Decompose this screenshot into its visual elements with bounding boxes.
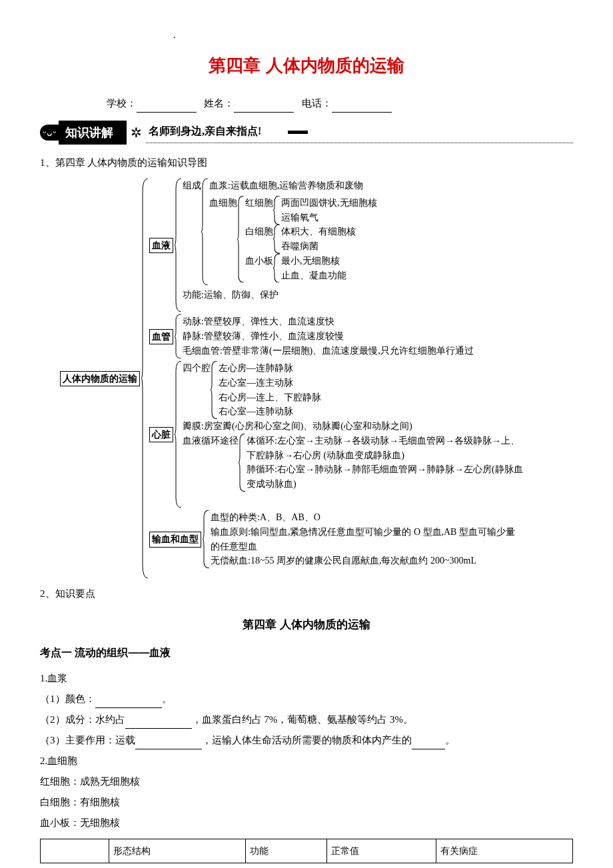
chamber-4: 右心室—连肺动脉 [219, 404, 321, 419]
plt-desc-1: 最小,无细胞核 [281, 254, 346, 268]
section-1-heading: 1、第四章 人体内物质的运输知识导图 [40, 154, 573, 172]
wbc-note: 白细胞：有细胞核 [40, 793, 573, 811]
chapter-subtitle: 第四章 人体内物质的运输 [40, 615, 573, 636]
knowledge-tree: 人体内物质的运输 血液 组成 血浆:运载血细胞,运输营养物质和废物 血细胞 [60, 179, 573, 578]
systemic-circ: 体循环:左心室→主动脉→各级动脉→毛细血管网→各级静脉→上、下腔静脉→右心房 (… [247, 434, 526, 462]
name-blank[interactable] [234, 112, 294, 113]
transfusion-rule: 输血原则:输同型血,紧急情况任意血型可输少量的 O 型血,AB 型血可输少量的任… [211, 525, 517, 554]
flower-icon: ✲ [131, 121, 142, 145]
knowledge-banner: ᵕᴗᵕ 知识讲解 ✲ 名师到身边,亲自来指点! [40, 121, 573, 145]
rbc-desc-1: 两面凹圆饼状,无细胞核 [281, 196, 377, 211]
valve-line: 瓣膜:房室瓣(心房和心室之间)、动脉瓣(心室和动脉之间) [183, 419, 526, 434]
th-normal: 正常值 [327, 839, 436, 863]
blood-cells-label: 血细胞 [209, 196, 237, 211]
th-function: 功能 [246, 839, 327, 863]
th-disease: 有关病症 [436, 839, 572, 863]
wbc-desc-1: 体积大、有细胞核 [281, 224, 356, 239]
blood-types: 血型的种类:A、B、AB、O [211, 510, 517, 525]
header-dot: . [173, 27, 573, 43]
school-blank[interactable] [137, 112, 197, 113]
carry-blank[interactable] [135, 749, 202, 749]
capillary-line: 毛细血管:管壁非常薄(一层细胞)、血流速度最慢,只允许红细胞单行通过 [183, 344, 474, 358]
point-1-title: 考点一 流动的组织——血液 [40, 644, 573, 663]
section-2-heading: 2、知识要点 [40, 585, 573, 603]
plt-note: 血小板：无细胞核 [40, 814, 573, 832]
plt-label: 血小板 [245, 254, 273, 268]
rbc-desc-2: 运输氧气 [281, 211, 377, 225]
artery-line: 动脉:管壁较厚、弹性大、血流速度快 [183, 314, 474, 329]
donation-line: 无偿献血:18~55 周岁的健康公民自愿献血,每次献血约 200~300mL [211, 554, 517, 568]
rbc-note: 红细胞：成熟无细胞核 [40, 773, 573, 791]
transfusion-box: 输血和血型 [149, 532, 201, 548]
smile-icon: ᵕᴗᵕ [40, 125, 59, 141]
th-empty [41, 839, 109, 863]
rbc-label: 红细胞 [245, 196, 273, 211]
banner-main-label: 知识讲解 [59, 121, 127, 145]
table-row: 形态结构 功能 正常值 有关病症 [41, 839, 573, 863]
plasma-color-line: （1）颜色：。 [40, 690, 573, 708]
chambers-label: 四个腔 [183, 361, 211, 376]
vessel-box: 血管 [149, 329, 173, 345]
composition-label: 组成 [183, 179, 201, 193]
phone-blank[interactable] [332, 112, 392, 113]
school-label: 学校： [107, 98, 137, 109]
vein-line: 静脉:管壁较薄、弹性小、血流速度较慢 [183, 329, 474, 344]
chapter-title: 第四章 人体内物质的运输 [40, 50, 573, 81]
plasma-composition-line: （2）成分：水约占，血浆蛋白约占 7%，葡萄糖、氨基酸等约占 3%。 [40, 711, 573, 729]
pulmonary-circ: 肺循环:右心室→肺动脉→肺部毛细血管网→肺静脉→左心房(静脉血变成动脉血) [247, 462, 526, 491]
th-morphology: 形态结构 [109, 839, 246, 863]
wbc-label: 白细胞 [245, 224, 273, 239]
color-blank[interactable] [95, 707, 162, 708]
blood-cells-heading: 2.血细胞 [40, 752, 573, 770]
blood-function: 功能:运输、防御、保护 [183, 288, 377, 302]
cell-table: 形态结构 功能 正常值 有关病症 [40, 839, 573, 864]
chamber-2: 左心室—连主动脉 [219, 376, 321, 390]
plasma-line: 血浆:运载血细胞,运输营养物质和废物 [209, 179, 377, 193]
wbc-desc-2: 吞噬病菌 [281, 239, 356, 254]
circulation-label: 血液循环途径 [183, 434, 239, 448]
plasma-function-line: （3）主要作用：运载，运输人体生命活动所需要的物质和体内产生的。 [40, 731, 573, 749]
water-blank[interactable] [125, 728, 192, 729]
heart-box: 心脏 [149, 427, 173, 443]
chamber-3: 右心房—连上、下腔静脉 [219, 390, 321, 405]
student-info-row: 学校： 姓名： 电话： [107, 95, 573, 113]
plasma-heading: 1.血浆 [40, 669, 573, 687]
waste-blank[interactable] [412, 749, 445, 749]
blood-box: 血液 [149, 238, 173, 254]
root-box: 人体内物质的运输 [60, 371, 140, 387]
banner-subtitle: 名师到身边,亲自来指点! [146, 122, 573, 143]
name-label: 姓名： [204, 98, 234, 109]
chamber-1: 左心房—连肺静脉 [219, 361, 321, 376]
phone-label: 电话： [302, 98, 332, 109]
plt-desc-2: 止血、凝血功能 [281, 268, 346, 283]
